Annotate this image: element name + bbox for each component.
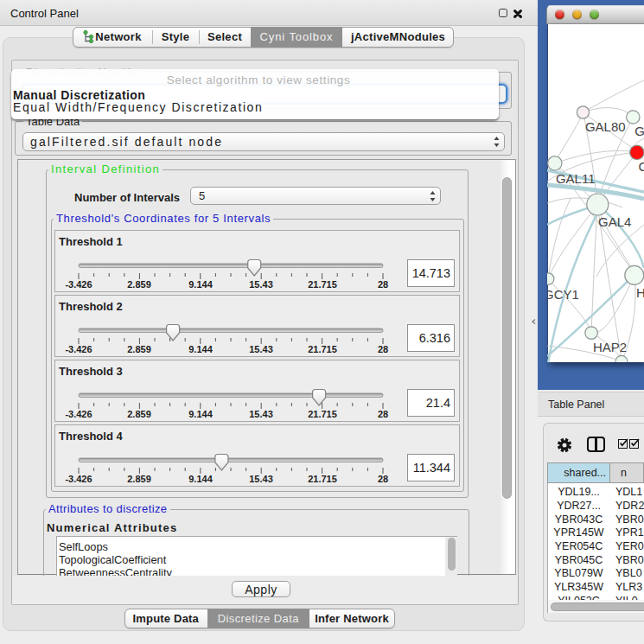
svg-text:GA: GA [634, 124, 644, 138]
svg-text:GAL11: GAL11 [556, 171, 596, 186]
svg-text:GAL4: GAL4 [598, 214, 631, 229]
svg-text:HAP2: HAP2 [593, 340, 627, 354]
svg-text:GAL80: GAL80 [585, 119, 626, 134]
svg-text:C: C [639, 159, 644, 174]
svg-text:H: H [636, 285, 644, 300]
svg-text:GCY1: GCY1 [547, 287, 579, 302]
